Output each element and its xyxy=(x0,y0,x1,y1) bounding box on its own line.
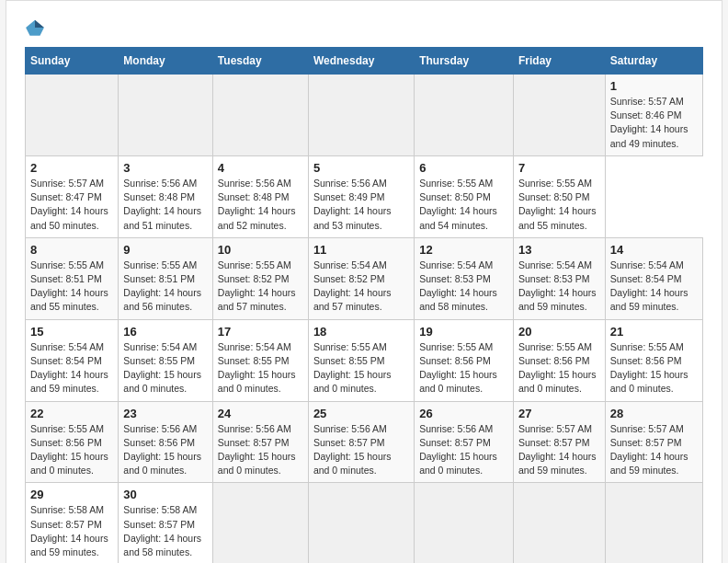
day-cell-28: 28Sunrise: 5:57 AMSunset: 8:57 PMDayligh… xyxy=(605,401,702,483)
day-cell-2: 2Sunrise: 5:57 AMSunset: 8:47 PMDaylight… xyxy=(26,155,119,237)
day-cell-9: 9Sunrise: 5:55 AMSunset: 8:51 PMDaylight… xyxy=(119,237,213,319)
day-number: 18 xyxy=(313,325,409,339)
day-cell-27: 27Sunrise: 5:57 AMSunset: 8:57 PMDayligh… xyxy=(513,401,605,483)
day-number: 28 xyxy=(610,407,698,420)
empty-cell xyxy=(119,75,213,156)
day-cell-7: 7Sunrise: 5:55 AMSunset: 8:50 PMDaylight… xyxy=(513,155,605,237)
day-info: Sunrise: 5:54 AMSunset: 8:52 PMDaylight:… xyxy=(313,259,409,315)
day-cell-22: 22Sunrise: 5:55 AMSunset: 8:56 PMDayligh… xyxy=(26,401,119,483)
empty-cell xyxy=(605,483,702,563)
day-cell-10: 10Sunrise: 5:55 AMSunset: 8:52 PMDayligh… xyxy=(212,237,308,319)
day-cell-12: 12Sunrise: 5:54 AMSunset: 8:53 PMDayligh… xyxy=(415,237,514,319)
weekday-sunday: Sunday xyxy=(26,48,119,75)
day-number: 5 xyxy=(313,161,409,175)
weekday-friday: Friday xyxy=(513,48,605,75)
day-number: 4 xyxy=(218,161,303,175)
day-number: 15 xyxy=(30,325,113,339)
day-number: 6 xyxy=(419,161,508,175)
day-cell-19: 19Sunrise: 5:55 AMSunset: 8:56 PMDayligh… xyxy=(415,319,514,401)
day-info: Sunrise: 5:58 AMSunset: 8:57 PMDaylight:… xyxy=(30,503,113,559)
day-cell-29: 29Sunrise: 5:58 AMSunset: 8:57 PMDayligh… xyxy=(26,483,119,563)
logo-icon xyxy=(25,17,45,38)
day-info: Sunrise: 5:56 AMSunset: 8:57 PMDaylight:… xyxy=(218,422,303,478)
calendar-week-2: 2Sunrise: 5:57 AMSunset: 8:47 PMDaylight… xyxy=(26,155,703,237)
empty-cell xyxy=(26,75,119,156)
calendar-table: SundayMondayTuesdayWednesdayThursdayFrid… xyxy=(25,47,703,563)
day-info: Sunrise: 5:56 AMSunset: 8:48 PMDaylight:… xyxy=(218,177,303,233)
day-cell-3: 3Sunrise: 5:56 AMSunset: 8:48 PMDaylight… xyxy=(119,155,213,237)
empty-cell xyxy=(513,75,605,156)
page: SundayMondayTuesdayWednesdayThursdayFrid… xyxy=(6,0,722,563)
day-info: Sunrise: 5:55 AMSunset: 8:52 PMDaylight:… xyxy=(218,259,303,315)
weekday-wednesday: Wednesday xyxy=(308,48,414,75)
day-info: Sunrise: 5:54 AMSunset: 8:55 PMDaylight:… xyxy=(123,340,208,396)
day-number: 24 xyxy=(218,407,303,420)
day-number: 14 xyxy=(610,243,698,257)
day-info: Sunrise: 5:55 AMSunset: 8:55 PMDaylight:… xyxy=(313,340,409,396)
day-number: 20 xyxy=(518,325,600,339)
day-cell-23: 23Sunrise: 5:56 AMSunset: 8:56 PMDayligh… xyxy=(119,401,213,483)
weekday-monday: Monday xyxy=(119,48,213,75)
day-cell-20: 20Sunrise: 5:55 AMSunset: 8:56 PMDayligh… xyxy=(513,319,605,401)
day-cell-6: 6Sunrise: 5:55 AMSunset: 8:50 PMDaylight… xyxy=(415,155,514,237)
day-info: Sunrise: 5:54 AMSunset: 8:55 PMDaylight:… xyxy=(218,340,303,396)
empty-cell xyxy=(513,483,605,563)
empty-cell xyxy=(212,75,308,156)
day-info: Sunrise: 5:58 AMSunset: 8:57 PMDaylight:… xyxy=(123,503,208,559)
day-info: Sunrise: 5:56 AMSunset: 8:57 PMDaylight:… xyxy=(313,422,409,478)
header xyxy=(25,17,703,38)
day-cell-16: 16Sunrise: 5:54 AMSunset: 8:55 PMDayligh… xyxy=(119,319,213,401)
day-number: 9 xyxy=(123,243,208,257)
day-number: 23 xyxy=(123,407,208,420)
day-info: Sunrise: 5:55 AMSunset: 8:56 PMDaylight:… xyxy=(518,340,600,396)
day-cell-24: 24Sunrise: 5:56 AMSunset: 8:57 PMDayligh… xyxy=(212,401,308,483)
day-cell-13: 13Sunrise: 5:54 AMSunset: 8:53 PMDayligh… xyxy=(513,237,605,319)
day-info: Sunrise: 5:57 AMSunset: 8:46 PMDaylight:… xyxy=(610,95,698,151)
calendar-header: SundayMondayTuesdayWednesdayThursdayFrid… xyxy=(26,48,703,75)
day-number: 26 xyxy=(419,407,508,420)
day-info: Sunrise: 5:55 AMSunset: 8:51 PMDaylight:… xyxy=(123,259,208,315)
day-info: Sunrise: 5:54 AMSunset: 8:53 PMDaylight:… xyxy=(518,259,600,315)
day-number: 11 xyxy=(313,243,409,257)
day-cell-26: 26Sunrise: 5:56 AMSunset: 8:57 PMDayligh… xyxy=(415,401,514,483)
day-cell-30: 30Sunrise: 5:58 AMSunset: 8:57 PMDayligh… xyxy=(119,483,213,563)
day-number: 17 xyxy=(218,325,303,339)
calendar-body: 1Sunrise: 5:57 AMSunset: 8:46 PMDaylight… xyxy=(26,75,703,564)
day-cell-25: 25Sunrise: 5:56 AMSunset: 8:57 PMDayligh… xyxy=(308,401,414,483)
day-number: 13 xyxy=(518,243,600,257)
day-cell-5: 5Sunrise: 5:56 AMSunset: 8:49 PMDaylight… xyxy=(308,155,414,237)
day-info: Sunrise: 5:55 AMSunset: 8:51 PMDaylight:… xyxy=(30,259,113,315)
day-cell-1: 1Sunrise: 5:57 AMSunset: 8:46 PMDaylight… xyxy=(605,75,702,156)
empty-cell xyxy=(212,483,308,563)
empty-cell xyxy=(415,75,514,156)
calendar-week-5: 22Sunrise: 5:55 AMSunset: 8:56 PMDayligh… xyxy=(26,401,703,483)
day-cell-11: 11Sunrise: 5:54 AMSunset: 8:52 PMDayligh… xyxy=(308,237,414,319)
day-cell-15: 15Sunrise: 5:54 AMSunset: 8:54 PMDayligh… xyxy=(26,319,119,401)
day-cell-17: 17Sunrise: 5:54 AMSunset: 8:55 PMDayligh… xyxy=(212,319,308,401)
calendar-week-3: 8Sunrise: 5:55 AMSunset: 8:51 PMDaylight… xyxy=(26,237,703,319)
day-info: Sunrise: 5:56 AMSunset: 8:49 PMDaylight:… xyxy=(313,177,409,233)
svg-marker-1 xyxy=(35,20,44,28)
empty-cell xyxy=(308,75,414,156)
calendar-week-4: 15Sunrise: 5:54 AMSunset: 8:54 PMDayligh… xyxy=(26,319,703,401)
day-cell-18: 18Sunrise: 5:55 AMSunset: 8:55 PMDayligh… xyxy=(308,319,414,401)
day-number: 2 xyxy=(30,161,113,175)
day-info: Sunrise: 5:55 AMSunset: 8:56 PMDaylight:… xyxy=(419,340,508,396)
day-number: 10 xyxy=(218,243,303,257)
day-info: Sunrise: 5:57 AMSunset: 8:57 PMDaylight:… xyxy=(518,422,600,478)
day-cell-14: 14Sunrise: 5:54 AMSunset: 8:54 PMDayligh… xyxy=(605,237,702,319)
day-info: Sunrise: 5:54 AMSunset: 8:53 PMDaylight:… xyxy=(419,259,508,315)
day-info: Sunrise: 5:56 AMSunset: 8:48 PMDaylight:… xyxy=(123,177,208,233)
logo xyxy=(25,17,47,38)
day-info: Sunrise: 5:57 AMSunset: 8:47 PMDaylight:… xyxy=(30,177,113,233)
day-number: 27 xyxy=(518,407,600,420)
day-number: 8 xyxy=(30,243,113,257)
day-cell-8: 8Sunrise: 5:55 AMSunset: 8:51 PMDaylight… xyxy=(26,237,119,319)
day-cell-21: 21Sunrise: 5:55 AMSunset: 8:56 PMDayligh… xyxy=(605,319,702,401)
weekday-row: SundayMondayTuesdayWednesdayThursdayFrid… xyxy=(26,48,703,75)
day-cell-4: 4Sunrise: 5:56 AMSunset: 8:48 PMDaylight… xyxy=(212,155,308,237)
day-number: 22 xyxy=(30,407,113,420)
day-info: Sunrise: 5:55 AMSunset: 8:56 PMDaylight:… xyxy=(30,422,113,478)
day-info: Sunrise: 5:55 AMSunset: 8:50 PMDaylight:… xyxy=(419,177,508,233)
day-info: Sunrise: 5:56 AMSunset: 8:57 PMDaylight:… xyxy=(419,422,508,478)
